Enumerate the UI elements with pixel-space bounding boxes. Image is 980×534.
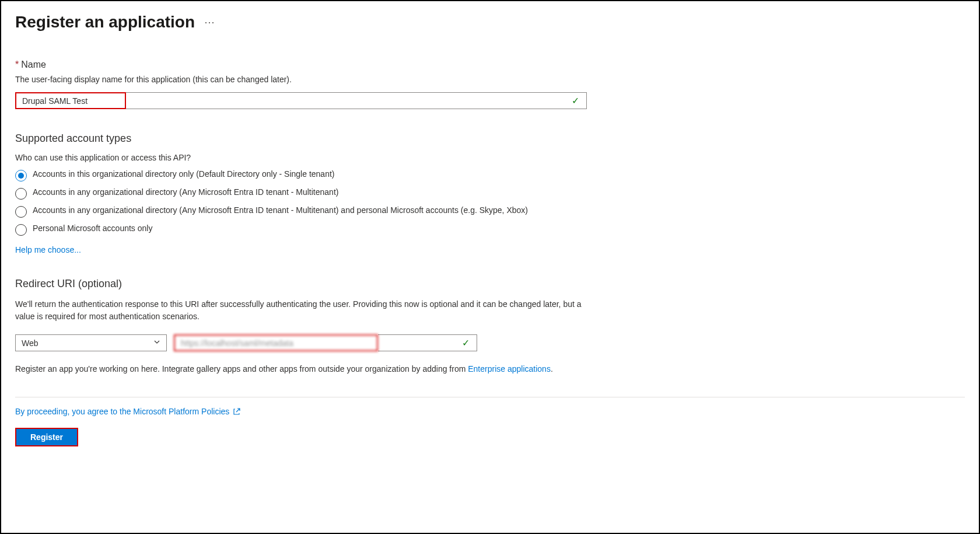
radio-label: Accounts in any organizational directory… [33, 187, 338, 197]
policy-row: By proceeding, you agree to the Microsof… [15, 407, 965, 416]
name-description: The user-facing display name for this ap… [15, 75, 965, 84]
name-input-validation: ✓ [126, 92, 587, 109]
platform-policies-link[interactable]: By proceeding, you agree to the Microsof… [15, 407, 229, 416]
enterprise-apps-text: Register an app you're working on here. … [15, 364, 965, 374]
redirect-uri-value[interactable]: https://localhost/saml/metadata [174, 334, 378, 351]
platform-select-value: Web [22, 338, 38, 348]
divider [15, 397, 965, 397]
page-header: Register an application ⋯ [15, 13, 965, 32]
radio-icon [15, 170, 27, 182]
radio-label: Personal Microsoft accounts only [33, 224, 152, 233]
name-label-row: * Name [15, 60, 965, 70]
external-link-icon [233, 407, 241, 416]
required-asterisk: * [15, 60, 19, 70]
chevron-down-icon [153, 338, 160, 347]
redirect-description: We'll return the authentication response… [15, 298, 587, 323]
radio-personal-only[interactable]: Personal Microsoft accounts only [15, 224, 965, 236]
redirect-input-row: Web https://localhost/saml/metadata ✓ [15, 334, 965, 351]
redirect-title: Redirect URI (optional) [15, 278, 965, 290]
account-types-title: Supported account types [15, 132, 965, 145]
check-icon: ✓ [462, 337, 470, 348]
name-input[interactable]: Drupal SAML Test ✓ [15, 92, 587, 109]
name-input-value[interactable]: Drupal SAML Test [15, 92, 126, 109]
enterprise-applications-link[interactable]: Enterprise applications [468, 364, 551, 374]
page-title: Register an application [15, 13, 195, 32]
radio-icon [15, 206, 27, 218]
redirect-uri-input[interactable]: https://localhost/saml/metadata ✓ [174, 334, 477, 351]
name-section: * Name The user-facing display name for … [15, 60, 965, 109]
account-types-section: Supported account types Who can use this… [15, 132, 965, 254]
enterprise-suffix: . [551, 364, 553, 374]
redirect-uri-validation: ✓ [378, 334, 477, 351]
radio-label: Accounts in this organizational director… [33, 169, 334, 179]
register-button[interactable]: Register [15, 428, 78, 446]
more-icon[interactable]: ⋯ [204, 16, 216, 29]
account-types-radio-group: Accounts in this organizational director… [15, 169, 965, 236]
help-me-choose-link[interactable]: Help me choose... [15, 245, 81, 254]
redirect-uri-section: Redirect URI (optional) We'll return the… [15, 278, 965, 374]
check-icon: ✓ [572, 95, 579, 106]
platform-select[interactable]: Web [15, 334, 167, 351]
enterprise-prefix: Register an app you're working on here. … [15, 364, 468, 374]
radio-icon [15, 224, 27, 236]
register-application-page: Register an application ⋯ * Name The use… [0, 0, 980, 534]
radio-icon [15, 188, 27, 200]
account-types-question: Who can use this application or access t… [15, 153, 965, 162]
name-label: Name [21, 60, 46, 70]
radio-single-tenant[interactable]: Accounts in this organizational director… [15, 169, 965, 182]
radio-multitenant-personal[interactable]: Accounts in any organizational directory… [15, 205, 965, 218]
radio-label: Accounts in any organizational directory… [33, 205, 528, 215]
radio-multitenant[interactable]: Accounts in any organizational directory… [15, 187, 965, 200]
